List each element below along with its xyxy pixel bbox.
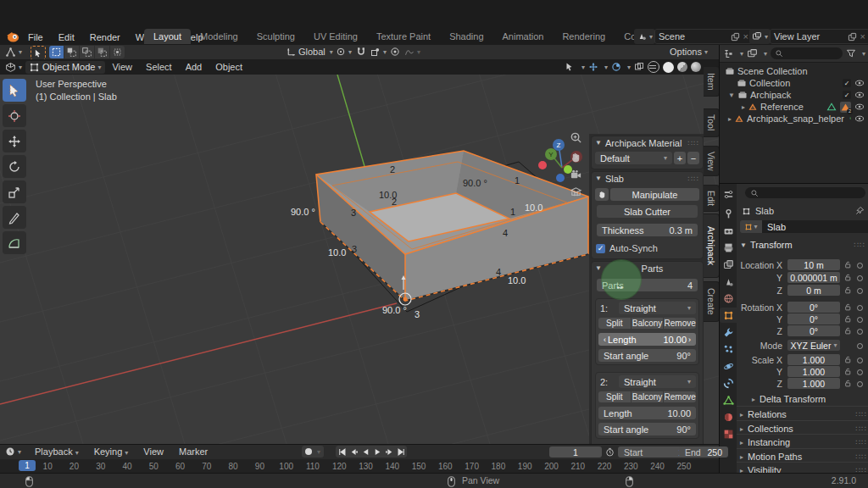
animate-dot[interactable] <box>857 381 863 387</box>
slab-panel-header[interactable]: ▼Slab∷∷ <box>592 172 703 185</box>
tab-layout[interactable]: Layout <box>144 29 191 44</box>
eye-icon[interactable] <box>854 78 865 88</box>
property-value-field[interactable]: 0 m <box>787 285 840 296</box>
timeline-menu-keying[interactable]: Keying▾ <box>86 446 136 457</box>
property-value-field[interactable]: 0° <box>787 302 840 313</box>
new-view-layer-icon[interactable] <box>848 32 857 42</box>
eye-icon[interactable] <box>854 114 865 124</box>
animate-dot[interactable] <box>857 263 863 269</box>
section-collections[interactable]: ▸Collections∷∷ <box>740 424 867 434</box>
outliner-row-collection[interactable]: Collection ✓ <box>720 77 868 89</box>
manipulate-button[interactable]: Manipulate <box>610 188 699 201</box>
part-start-angle-slider[interactable]: Start angle90° <box>598 349 696 362</box>
collapse-arrow-icon[interactable]: ▸ <box>728 115 732 123</box>
outliner-filter-mode-icon[interactable] <box>747 48 758 59</box>
jump-to-start-button[interactable] <box>336 446 348 458</box>
part-remove-button[interactable]: Remove <box>664 318 696 329</box>
viewport-menu-select[interactable]: Select <box>139 62 179 72</box>
shading-wireframe-icon[interactable] <box>648 61 659 73</box>
section-delta-transform[interactable]: ▸Delta Transform <box>752 394 868 404</box>
exclude-checkbox[interactable]: ✓ <box>843 91 851 99</box>
properties-tab-tool[interactable] <box>720 206 737 221</box>
previous-keyframe-button[interactable] <box>348 446 359 458</box>
npanel-tab-create[interactable]: Create <box>704 281 719 322</box>
snap-toggle[interactable] <box>356 47 366 57</box>
pivot-point-dropdown[interactable]: ▾ <box>336 47 352 57</box>
part-split-button[interactable]: Split <box>598 318 631 329</box>
select-new-button[interactable] <box>49 46 64 58</box>
part-type-dropdown[interactable]: Straight▾ <box>619 302 696 314</box>
properties-tab-output[interactable] <box>720 240 737 255</box>
timeline-menu-playback[interactable]: Playback▾ <box>27 446 86 457</box>
exclude-checkbox[interactable]: ✓ <box>843 79 851 87</box>
animate-dot[interactable] <box>857 275 863 281</box>
auto-keying-toggle[interactable]: ▾ <box>302 446 324 458</box>
scene-selector-icon[interactable]: ▾ <box>634 29 655 44</box>
viewport-menu-add[interactable]: Add <box>179 62 209 72</box>
options-dropdown[interactable]: Options▾ <box>670 47 708 57</box>
section-motion-paths[interactable]: ▸Motion Paths∷∷ <box>740 452 867 462</box>
tool-rotate-button[interactable] <box>3 155 26 178</box>
archipack-material-header[interactable]: ▼Archipack Material∷∷ <box>592 136 703 149</box>
select-subtract-button[interactable] <box>80 46 94 58</box>
view-layer-selector-icon[interactable]: ▾ <box>749 29 771 44</box>
property-value-field[interactable]: 1.000 <box>787 366 840 377</box>
tool-move-button[interactable] <box>3 130 26 152</box>
outliner-row-reference[interactable]: ▸ Reference 2 <box>720 101 868 113</box>
lock-icon[interactable] <box>844 355 852 366</box>
active-tool-icon[interactable] <box>31 46 46 60</box>
viewport-menu-view[interactable]: View <box>105 62 139 72</box>
npanel-tab-item[interactable]: Item <box>704 66 719 97</box>
lock-icon[interactable] <box>844 379 852 390</box>
timeline-editor-icon[interactable]: ▾ <box>5 446 21 457</box>
tool-select-box-button[interactable] <box>3 79 26 102</box>
animate-dot[interactable] <box>857 317 863 323</box>
next-keyframe-button[interactable] <box>383 446 395 458</box>
pan-hand-icon[interactable] <box>570 151 582 164</box>
lock-icon[interactable] <box>844 260 852 271</box>
property-value-field[interactable]: 0.000001 m <box>787 272 840 283</box>
property-value-field[interactable]: 10 m <box>787 259 840 270</box>
editor-type-icon[interactable] <box>5 62 16 73</box>
camera-view-icon[interactable] <box>570 169 582 181</box>
overlays-toggle-icon[interactable] <box>611 62 621 72</box>
manipulate-hand-icon[interactable] <box>595 188 609 201</box>
tool-annotate-button[interactable] <box>3 206 26 229</box>
section-relations[interactable]: ▸Relations∷∷ <box>740 409 867 419</box>
select-visibility-icon[interactable] <box>565 62 576 72</box>
toggle-view-icon[interactable] <box>570 186 582 198</box>
tab-texture-paint[interactable]: Texture Paint <box>367 29 440 44</box>
collapse-arrow-icon[interactable]: ▸ <box>742 103 745 111</box>
menu-render[interactable]: Render <box>82 30 128 45</box>
playhead[interactable]: 1 <box>19 460 36 471</box>
part-balcony-button[interactable]: Balcony <box>632 318 664 329</box>
tab-uv-editing[interactable]: UV Editing <box>304 29 367 44</box>
transform-orientation-dropdown[interactable]: Global▾ <box>287 47 333 57</box>
npanel-tab-view[interactable]: View <box>704 146 719 176</box>
scene-name-field[interactable]: Scene × <box>654 29 753 44</box>
mode-dropdown[interactable]: Object Mode▾ <box>25 61 105 74</box>
property-value-field[interactable]: 1.000 <box>787 378 840 389</box>
select-intersect-button[interactable] <box>110 46 125 58</box>
properties-editor-type-icon[interactable] <box>720 186 737 202</box>
properties-tab-data[interactable] <box>720 392 737 408</box>
animate-dot[interactable] <box>857 369 863 375</box>
object-id-icon[interactable]: ▾ <box>740 220 762 233</box>
animate-dot[interactable] <box>857 288 863 294</box>
animate-dot[interactable] <box>857 305 863 311</box>
transform-section-header[interactable]: ▼Transform∷∷ <box>740 240 865 250</box>
autosynch-row[interactable]: ✓ Auto-Synch <box>592 236 703 253</box>
npanel-tab-archipack[interactable]: Archipack <box>704 214 719 278</box>
properties-search-input[interactable] <box>745 187 865 198</box>
menu-file[interactable]: File <box>20 30 51 45</box>
tab-rendering[interactable]: Rendering <box>553 29 615 44</box>
tool-scale-button[interactable] <box>3 180 26 203</box>
play-button[interactable] <box>371 446 383 458</box>
section-instancing[interactable]: ▸Instancing∷∷ <box>740 437 867 447</box>
proportional-editing-toggle[interactable] <box>390 47 400 57</box>
pin-icon[interactable] <box>855 206 865 215</box>
select-invert-button[interactable] <box>95 46 109 58</box>
shading-rendered-icon[interactable] <box>691 62 701 72</box>
timeline-ruler[interactable]: 1 10203040506070809010011012013014015016… <box>0 459 719 474</box>
breadcrumb-object-name[interactable]: Slab <box>755 206 774 216</box>
